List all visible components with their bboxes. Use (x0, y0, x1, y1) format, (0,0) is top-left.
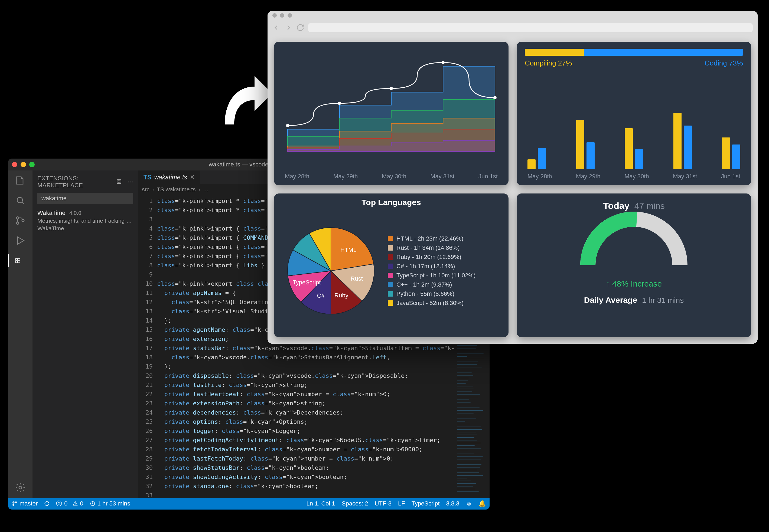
traffic-lights[interactable] (12, 162, 35, 167)
axis-label: Jun 1st (479, 173, 498, 180)
svg-point-9 (13, 502, 14, 503)
bar (576, 120, 584, 169)
svg-point-0 (17, 197, 22, 203)
top-languages-pie: HTMLRustRubyC#TypeScript (282, 222, 379, 320)
svg-point-1 (17, 217, 19, 219)
svg-rect-7 (18, 261, 20, 263)
status-eol[interactable]: LF (398, 500, 405, 507)
activity-bar (8, 170, 32, 498)
bar (673, 113, 682, 169)
bar (732, 145, 740, 169)
axis-label: May 29th (333, 173, 358, 180)
line-gutter: 1234567891011121314151617181920212223242… (138, 195, 157, 498)
explorer-icon[interactable] (14, 174, 27, 187)
progress-segment (525, 49, 584, 56)
extension-result[interactable]: WakaTime 4.0.0 Metrics, insights, and ti… (32, 208, 138, 233)
legend-text: C++ - 1h 2m (9.87%) (397, 281, 452, 288)
gear-icon[interactable] (14, 481, 27, 494)
status-lang[interactable]: TypeScript (412, 500, 440, 507)
more-icon[interactable]: ⋯ (127, 178, 133, 185)
legend-item: HTML - 2h 23m (22.46%) (388, 235, 476, 242)
minimize-window-button[interactable] (21, 162, 26, 167)
today-card: Today 47 mins ↑ 48% Increase Daily Avera… (517, 193, 751, 337)
editor-tab[interactable]: TS wakatime.ts ✕ (138, 170, 200, 184)
legend-item: C# - 1h 17m (12.14%) (388, 263, 476, 270)
ts-badge-icon: TS (143, 174, 151, 181)
search-icon[interactable] (14, 194, 27, 207)
zoom-window-button[interactable] (29, 162, 35, 167)
legend-text: Ruby - 1h 20m (12.69%) (397, 254, 462, 261)
bar (625, 128, 633, 169)
bar (538, 148, 546, 169)
sidebar-title: EXTENSIONS: MARKETPLACE (37, 175, 116, 189)
legend-item: JavaScript - 52m (8.30%) (388, 300, 476, 307)
crumb[interactable]: … (203, 186, 209, 193)
legend-item: Rust - 1h 34m (14.86%) (388, 244, 476, 251)
daily-average-value: 1 hr 31 mins (642, 296, 684, 305)
pie-slice-label: HTML (340, 246, 356, 253)
status-wakatime[interactable]: 1 hr 53 mins (90, 500, 130, 507)
status-bell-icon[interactable]: 🔔 (479, 500, 486, 507)
extension-publisher: WakaTime (37, 225, 133, 232)
bar (635, 149, 643, 169)
forward-icon[interactable] (284, 24, 292, 32)
arrow-icon (219, 70, 273, 130)
legend-item: Ruby - 1h 20m (12.69%) (388, 254, 476, 261)
status-branch[interactable]: master (12, 500, 38, 507)
extension-version: 4.0.0 (69, 210, 81, 216)
bar-group (673, 113, 692, 169)
crumb[interactable]: src (142, 186, 149, 193)
axis-label: May 28th (285, 173, 309, 180)
url-bar[interactable] (308, 23, 753, 32)
back-icon[interactable] (272, 24, 280, 32)
bar-group (576, 120, 595, 169)
axis-label: May 31st (673, 173, 697, 180)
status-spaces[interactable]: Spaces: 2 (342, 500, 368, 507)
bar (528, 159, 536, 169)
svg-point-13 (286, 124, 289, 127)
close-tab-icon[interactable]: ✕ (190, 174, 195, 181)
svg-point-14 (338, 102, 341, 105)
extensions-icon[interactable] (8, 254, 21, 267)
status-feedback-icon[interactable]: ☺ (466, 500, 472, 507)
legend-swatch (388, 254, 393, 260)
browser-chrome (267, 11, 758, 35)
compile-coding-bars (528, 77, 740, 169)
legend-text: JavaScript - 52m (8.30%) (397, 300, 464, 307)
status-tsver[interactable]: 3.8.3 (446, 500, 460, 507)
legend-swatch (388, 282, 393, 287)
extensions-search-input[interactable]: wakatime (37, 193, 133, 204)
daily-average-label: Daily Average (584, 295, 637, 305)
bar-group (625, 128, 643, 169)
filter-icon[interactable]: ⚃ (116, 178, 122, 185)
legend-text: Python - 55m (8.66%) (397, 290, 454, 297)
compile-coding-bar (525, 49, 743, 56)
browser-dot (287, 13, 292, 18)
reload-icon[interactable] (296, 24, 304, 32)
status-cursor[interactable]: Ln 1, Col 1 (306, 500, 335, 507)
status-encoding[interactable]: UTF-8 (375, 500, 392, 507)
crumb[interactable]: TS wakatime.ts (157, 186, 196, 193)
today-value: 47 mins (634, 201, 665, 211)
debug-icon[interactable] (14, 234, 27, 247)
legend-swatch (388, 236, 393, 241)
svg-rect-6 (16, 261, 18, 263)
top-languages-title: Top Languages (274, 198, 509, 207)
legend-text: Rust - 1h 34m (14.86%) (397, 244, 460, 251)
svg-point-17 (493, 96, 497, 99)
extensions-sidebar: EXTENSIONS: MARKETPLACE ⚃ ⋯ wakatime Wak… (32, 170, 138, 498)
browser-dot (272, 13, 277, 18)
status-sync[interactable] (44, 501, 50, 506)
axis-label: May 28th (528, 173, 552, 180)
search-value: wakatime (41, 195, 67, 202)
status-problems[interactable]: ⓧ0 ⚠0 (56, 500, 83, 508)
svg-point-3 (22, 219, 24, 222)
today-increase: ↑ 48% Increase (606, 279, 662, 288)
legend-item: C++ - 1h 2m (9.87%) (388, 281, 476, 288)
scm-icon[interactable] (14, 214, 27, 227)
svg-point-2 (17, 222, 19, 224)
legend-swatch (388, 273, 393, 278)
bar (722, 137, 730, 169)
top-languages-card: Top Languages HTMLRustRubyC#TypeScript H… (274, 193, 509, 337)
close-window-button[interactable] (12, 162, 17, 167)
